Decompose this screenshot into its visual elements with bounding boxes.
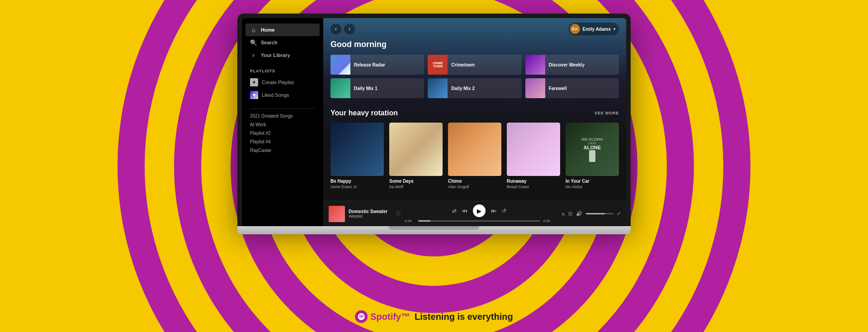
- user-avatar: EA: [570, 24, 580, 34]
- rotation-card-runaway[interactable]: Runaway Beast Coast: [507, 123, 560, 189]
- sidebar-item-search[interactable]: 🔍 Search: [245, 36, 320, 49]
- topbar-nav: ‹ ›: [330, 24, 355, 34]
- create-playlist-label: Create Playlist: [262, 80, 294, 85]
- sidebar-nav: ⌂ Home 🔍 Search ≡ Your Library: [242, 24, 323, 62]
- morning-card-release-radar[interactable]: Release Radar: [330, 55, 424, 75]
- rotation-section-header: Your heavy rotation SEE MORE: [330, 109, 619, 117]
- previous-button[interactable]: ⏮: [462, 208, 467, 214]
- see-more-button[interactable]: SEE MORE: [594, 111, 619, 115]
- sidebar: ⌂ Home 🔍 Search ≡ Your Library PLAYLISTS: [242, 18, 323, 226]
- player-controls: ⇄ ⏮ ▶ ⏭ ↺ 0:00 4:25: [405, 204, 554, 223]
- repeat-button[interactable]: ↺: [502, 208, 506, 214]
- search-icon: 🔍: [250, 39, 257, 46]
- liked-songs-action[interactable]: ♥ Liked Songs: [245, 89, 320, 101]
- now-playing-bar: Domestic Sweater Warplet ♡ ⇄ ⏮ ▶ ⏭ ↺: [323, 201, 626, 226]
- next-button[interactable]: ⏭: [491, 208, 496, 214]
- morning-card-farewell[interactable]: Farewell: [525, 78, 619, 98]
- current-time: 0:00: [405, 219, 415, 223]
- chime-title: Chime: [448, 179, 501, 184]
- in-your-car-title: In Your Car: [566, 179, 619, 184]
- rotation-card-in-your-car[interactable]: NO ALOHA OKAY ALONE In Your Car No Aloha: [566, 123, 619, 189]
- forward-button[interactable]: ›: [344, 24, 355, 34]
- progress-track[interactable]: [418, 220, 540, 222]
- progress-fill: [418, 220, 430, 222]
- release-radar-art: [330, 55, 350, 75]
- branding-tagline: Listening is everything: [415, 312, 513, 322]
- spotify-name: Spotify™: [370, 312, 410, 322]
- sidebar-search-label: Search: [261, 40, 278, 45]
- daily-mix-1-art: [330, 78, 350, 98]
- daily-mix-2-title: Daily Mix 2: [451, 86, 475, 91]
- rotation-card-some-days[interactable]: Some Days Ira Wolf: [389, 123, 443, 189]
- spotify-icon: [355, 310, 368, 323]
- laptop-base: [237, 226, 631, 234]
- be-happy-artist: Gene Evaro Jr.: [330, 185, 384, 189]
- branding-section: Spotify™ Listening is everything: [355, 310, 513, 323]
- play-pause-button[interactable]: ▶: [473, 204, 486, 217]
- farewell-art: [525, 78, 545, 98]
- user-menu[interactable]: EA Emily Adams ▾: [569, 23, 619, 35]
- farewell-title: Farewell: [549, 86, 567, 91]
- sidebar-playlist-actions: + Create Playlist ♥ Liked Songs: [242, 76, 323, 101]
- user-dropdown-icon: ▾: [613, 27, 615, 31]
- now-playing-title: Domestic Sweater: [349, 209, 392, 214]
- liked-songs-label: Liked Songs: [262, 92, 289, 98]
- liked-songs-icon: ♥: [250, 91, 258, 99]
- morning-card-discover-weekly[interactable]: Discover Weekly: [525, 55, 619, 75]
- sidebar-divider: [250, 109, 315, 109]
- queue-button[interactable]: ≡: [562, 211, 565, 217]
- runaway-art: [507, 123, 560, 176]
- scroll-area[interactable]: Good morning Release Radar CRIM: [323, 40, 626, 201]
- release-radar-title: Release Radar: [354, 62, 385, 67]
- rotation-card-be-happy[interactable]: Be Happy Gene Evaro Jr.: [330, 123, 384, 189]
- greeting-title: Good morning: [330, 40, 619, 49]
- chime-art: [448, 123, 501, 176]
- rotation-grid: Be Happy Gene Evaro Jr. Some Days Ira Wo…: [330, 123, 619, 189]
- volume-bar[interactable]: [586, 213, 613, 214]
- playlist-item-3[interactable]: Playlist #2: [250, 130, 315, 137]
- morning-card-daily-mix-1[interactable]: Daily Mix 1: [330, 78, 424, 98]
- some-days-title: Some Days: [389, 179, 443, 184]
- progress-bar-container: 0:00 4:25: [405, 219, 554, 223]
- chime-artist: Alan Gogoll: [448, 185, 501, 189]
- some-days-art: [389, 123, 443, 176]
- laptop-screen: ⌂ Home 🔍 Search ≡ Your Library PLAYLISTS: [242, 18, 626, 226]
- daily-mix-1-title: Daily Mix 1: [354, 86, 377, 91]
- sidebar-item-library[interactable]: ≡ Your Library: [245, 49, 320, 62]
- morning-grid: Release Radar CRIME TOWN Crimetown: [330, 55, 619, 98]
- volume-button[interactable]: 🔊: [576, 211, 582, 217]
- runaway-title: Runaway: [507, 179, 560, 184]
- rotation-title: Your heavy rotation: [330, 109, 398, 117]
- shuffle-button[interactable]: ⇄: [452, 208, 457, 214]
- playlists-section-label: PLAYLISTS: [242, 69, 323, 73]
- main-content: ‹ › EA Emily Adams ▾ Good morning: [323, 18, 626, 226]
- volume-fill: [586, 213, 605, 214]
- spotify-logo: Spotify™: [355, 310, 410, 323]
- playlist-item-1[interactable]: 2021 Greatest Songs: [250, 113, 315, 119]
- sidebar-item-home[interactable]: ⌂ Home: [245, 24, 320, 36]
- playlist-item-4[interactable]: Playlist #4: [250, 138, 315, 145]
- now-playing-info: Domestic Sweater Warplet ♡: [329, 206, 401, 222]
- crimetown-art: CRIME TOWN: [428, 55, 448, 75]
- rotation-card-chime[interactable]: Chime Alan Gogoll: [448, 123, 501, 189]
- morning-card-daily-mix-2[interactable]: Daily Mix 2: [428, 78, 521, 98]
- playlist-item-2[interactable]: At Work: [250, 121, 315, 128]
- playlist-item-5[interactable]: RapCaviar: [250, 147, 315, 154]
- laptop-base-notch: [389, 226, 479, 230]
- fullscreen-button[interactable]: ⤢: [617, 211, 621, 217]
- discover-weekly-art: [525, 55, 545, 75]
- control-buttons: ⇄ ⏮ ▶ ⏭ ↺: [452, 204, 506, 217]
- topbar: ‹ › EA Emily Adams ▾: [323, 18, 626, 40]
- daily-mix-2-art: [428, 78, 448, 98]
- like-button[interactable]: ♡: [396, 211, 401, 217]
- home-icon: ⌂: [250, 26, 257, 33]
- morning-card-crimetown[interactable]: CRIME TOWN Crimetown: [428, 55, 521, 75]
- now-playing-artist: Warplet: [349, 214, 392, 218]
- back-button[interactable]: ‹: [330, 24, 341, 34]
- player-right: ≡ ⊡ 🔊 ⤢: [557, 211, 621, 217]
- library-icon: ≡: [250, 52, 257, 59]
- devices-button[interactable]: ⊡: [568, 211, 572, 217]
- create-playlist-icon: +: [250, 78, 258, 86]
- create-playlist-action[interactable]: + Create Playlist: [245, 76, 320, 89]
- some-days-artist: Ira Wolf: [389, 185, 443, 189]
